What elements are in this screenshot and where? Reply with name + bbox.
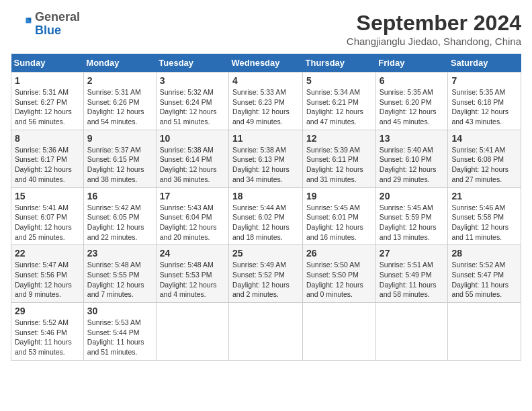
calendar-day-cell: 23 Sunrise: 5:48 AMSunset: 5:55 PMDaylig… (83, 245, 156, 303)
day-info: Sunrise: 5:52 AMSunset: 5:46 PMDaylight:… (15, 318, 72, 356)
calendar-week-row: 8 Sunrise: 5:36 AMSunset: 6:17 PMDayligh… (11, 130, 521, 187)
day-number: 13 (380, 133, 445, 144)
day-info: Sunrise: 5:40 AMSunset: 6:10 PMDaylight:… (380, 146, 437, 183)
calendar-day-cell (448, 303, 521, 361)
day-number: 28 (451, 248, 517, 259)
calendar-day-cell (375, 303, 448, 361)
calendar-day-cell (303, 303, 376, 361)
day-number: 18 (232, 191, 299, 201)
col-wednesday: Wednesday (229, 54, 303, 73)
calendar-day-cell: 12 Sunrise: 5:39 AMSunset: 6:11 PMDaylig… (303, 130, 376, 187)
title-block: September 2024 Changjianglu Jiedao, Shan… (347, 11, 521, 47)
day-info: Sunrise: 5:48 AMSunset: 5:55 PMDaylight:… (87, 261, 144, 298)
calendar-week-row: 1 Sunrise: 5:31 AMSunset: 6:27 PMDayligh… (11, 73, 521, 130)
calendar-day-cell: 21 Sunrise: 5:46 AMSunset: 5:58 PMDaylig… (448, 187, 521, 245)
day-number: 7 (451, 75, 517, 86)
day-info: Sunrise: 5:48 AMSunset: 5:53 PMDaylight:… (160, 261, 217, 298)
day-info: Sunrise: 5:35 AMSunset: 6:20 PMDaylight:… (380, 88, 437, 126)
calendar-day-cell (156, 303, 228, 361)
logo-blue: Blue (35, 24, 61, 37)
day-info: Sunrise: 5:53 AMSunset: 5:44 PMDaylight:… (87, 318, 144, 356)
calendar-day-cell: 20 Sunrise: 5:45 AMSunset: 5:59 PMDaylig… (375, 187, 448, 245)
day-number: 10 (160, 133, 225, 144)
day-info: Sunrise: 5:31 AMSunset: 6:26 PMDaylight:… (87, 88, 144, 126)
day-number: 2 (87, 75, 152, 86)
calendar-day-cell: 25 Sunrise: 5:49 AMSunset: 5:52 PMDaylig… (229, 245, 303, 303)
day-number: 25 (232, 248, 299, 259)
day-info: Sunrise: 5:52 AMSunset: 5:47 PMDaylight:… (451, 261, 508, 298)
day-number: 9 (87, 133, 152, 144)
calendar-day-cell: 6 Sunrise: 5:35 AMSunset: 6:20 PMDayligh… (375, 73, 448, 130)
day-info: Sunrise: 5:45 AMSunset: 6:01 PMDaylight:… (306, 203, 363, 241)
calendar-day-cell: 28 Sunrise: 5:52 AMSunset: 5:47 PMDaylig… (448, 245, 521, 303)
day-number: 4 (232, 75, 299, 86)
day-number: 23 (87, 248, 152, 259)
col-thursday: Thursday (303, 54, 376, 73)
day-info: Sunrise: 5:41 AMSunset: 6:08 PMDaylight:… (451, 146, 508, 183)
day-info: Sunrise: 5:37 AMSunset: 6:15 PMDaylight:… (87, 146, 144, 183)
header-row: Sunday Monday Tuesday Wednesday Thursday… (11, 54, 521, 73)
day-info: Sunrise: 5:34 AMSunset: 6:21 PMDaylight:… (306, 88, 363, 126)
day-info: Sunrise: 5:47 AMSunset: 5:56 PMDaylight:… (15, 261, 72, 298)
calendar-day-cell: 9 Sunrise: 5:37 AMSunset: 6:15 PMDayligh… (83, 130, 156, 187)
calendar-week-row: 29 Sunrise: 5:52 AMSunset: 5:46 PMDaylig… (11, 303, 521, 361)
day-number: 20 (380, 191, 445, 201)
logo-icon (11, 13, 32, 35)
calendar-day-cell: 22 Sunrise: 5:47 AMSunset: 5:56 PMDaylig… (11, 245, 84, 303)
day-number: 30 (87, 306, 152, 316)
calendar-day-cell: 15 Sunrise: 5:41 AMSunset: 6:07 PMDaylig… (11, 187, 84, 245)
day-number: 1 (15, 75, 80, 86)
day-info: Sunrise: 5:42 AMSunset: 6:05 PMDaylight:… (87, 203, 144, 241)
day-number: 5 (306, 75, 372, 86)
day-number: 27 (380, 248, 445, 259)
day-info: Sunrise: 5:33 AMSunset: 6:23 PMDaylight:… (232, 88, 290, 126)
day-info: Sunrise: 5:36 AMSunset: 6:17 PMDaylight:… (15, 146, 72, 183)
location: Changjianglu Jiedao, Shandong, China (347, 36, 521, 47)
day-number: 11 (232, 133, 299, 144)
calendar-day-cell: 18 Sunrise: 5:44 AMSunset: 6:02 PMDaylig… (229, 187, 303, 245)
day-number: 8 (15, 133, 80, 144)
day-info: Sunrise: 5:43 AMSunset: 6:04 PMDaylight:… (160, 203, 217, 241)
calendar-day-cell: 2 Sunrise: 5:31 AMSunset: 6:26 PMDayligh… (83, 73, 156, 130)
day-info: Sunrise: 5:39 AMSunset: 6:11 PMDaylight:… (306, 146, 363, 183)
day-info: Sunrise: 5:46 AMSunset: 5:58 PMDaylight:… (451, 203, 508, 241)
day-number: 3 (160, 75, 225, 86)
day-number: 16 (87, 191, 152, 201)
calendar-day-cell: 7 Sunrise: 5:35 AMSunset: 6:18 PMDayligh… (448, 73, 521, 130)
day-number: 19 (306, 191, 372, 201)
calendar-day-cell: 8 Sunrise: 5:36 AMSunset: 6:17 PMDayligh… (11, 130, 84, 187)
day-number: 29 (15, 306, 80, 316)
logo: General Blue (11, 11, 80, 38)
month-title: September 2024 (347, 11, 521, 36)
calendar-table: Sunday Monday Tuesday Wednesday Thursday… (11, 54, 521, 361)
calendar-day-cell: 27 Sunrise: 5:51 AMSunset: 5:49 PMDaylig… (375, 245, 448, 303)
day-info: Sunrise: 5:35 AMSunset: 6:18 PMDaylight:… (451, 88, 508, 126)
logo-text: General Blue (35, 11, 80, 38)
col-saturday: Saturday (448, 54, 521, 73)
day-info: Sunrise: 5:31 AMSunset: 6:27 PMDaylight:… (15, 88, 72, 126)
calendar-day-cell: 30 Sunrise: 5:53 AMSunset: 5:44 PMDaylig… (83, 303, 156, 361)
calendar-day-cell: 1 Sunrise: 5:31 AMSunset: 6:27 PMDayligh… (11, 73, 84, 130)
col-tuesday: Tuesday (156, 54, 228, 73)
day-number: 21 (451, 191, 517, 201)
calendar-day-cell: 29 Sunrise: 5:52 AMSunset: 5:46 PMDaylig… (11, 303, 84, 361)
day-info: Sunrise: 5:49 AMSunset: 5:52 PMDaylight:… (232, 261, 290, 298)
day-info: Sunrise: 5:50 AMSunset: 5:50 PMDaylight:… (306, 261, 363, 298)
day-number: 15 (15, 191, 80, 201)
calendar-day-cell: 19 Sunrise: 5:45 AMSunset: 6:01 PMDaylig… (303, 187, 376, 245)
day-number: 6 (380, 75, 445, 86)
day-number: 22 (15, 248, 80, 259)
day-info: Sunrise: 5:51 AMSunset: 5:49 PMDaylight:… (380, 261, 437, 298)
calendar-day-cell: 16 Sunrise: 5:42 AMSunset: 6:05 PMDaylig… (83, 187, 156, 245)
col-friday: Friday (375, 54, 448, 73)
calendar-day-cell: 3 Sunrise: 5:32 AMSunset: 6:24 PMDayligh… (156, 73, 228, 130)
calendar-day-cell: 4 Sunrise: 5:33 AMSunset: 6:23 PMDayligh… (229, 73, 303, 130)
calendar-day-cell: 11 Sunrise: 5:38 AMSunset: 6:13 PMDaylig… (229, 130, 303, 187)
col-monday: Monday (83, 54, 156, 73)
day-number: 12 (306, 133, 372, 144)
day-info: Sunrise: 5:45 AMSunset: 5:59 PMDaylight:… (380, 203, 437, 241)
calendar-week-row: 22 Sunrise: 5:47 AMSunset: 5:56 PMDaylig… (11, 245, 521, 303)
page-header: General Blue September 2024 Changjianglu… (11, 11, 521, 47)
day-info: Sunrise: 5:32 AMSunset: 6:24 PMDaylight:… (160, 88, 217, 126)
calendar-day-cell: 14 Sunrise: 5:41 AMSunset: 6:08 PMDaylig… (448, 130, 521, 187)
